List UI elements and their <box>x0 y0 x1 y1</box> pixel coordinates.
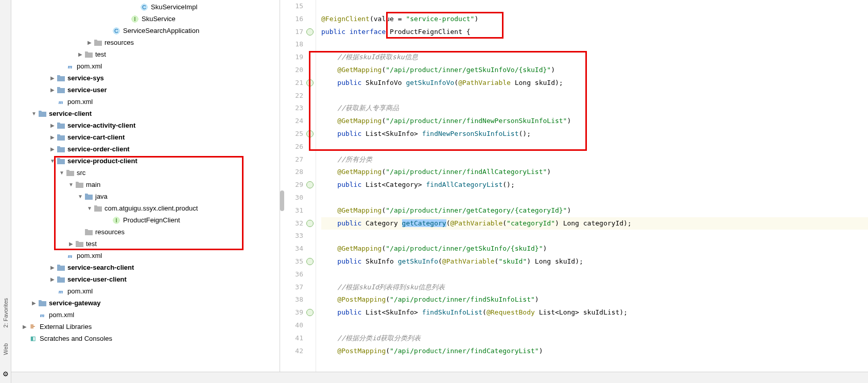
code-line[interactable]: public List<SkuInfo> findNewPersonSkuInf… <box>321 128 868 141</box>
expand-arrow-icon[interactable]: ▶ <box>68 241 74 247</box>
tree-item[interactable]: ▶service-user-client <box>11 273 280 285</box>
expand-arrow-icon[interactable]: ▶ <box>49 123 56 128</box>
tree-item-label: java <box>95 193 108 200</box>
expand-arrow-icon[interactable]: ▶ <box>77 51 83 57</box>
tree-item[interactable]: mpom.xml <box>11 96 280 108</box>
tree-item[interactable]: ▶service-sys <box>11 72 280 84</box>
expand-arrow-icon[interactable]: ▼ <box>77 194 83 199</box>
code-line[interactable] <box>321 192 868 204</box>
code-line[interactable]: @FeignClient(value = "service-product") <box>321 13 868 26</box>
tree-item[interactable]: ▼service-product-client <box>11 155 280 167</box>
tree-item[interactable]: ▶service-cart-client <box>11 131 280 143</box>
tree-item[interactable]: IProductFeignClient <box>11 214 280 226</box>
line-number: 26 <box>280 141 316 153</box>
code-line[interactable]: @GetMapping("/api/product/inner/getSkuIn… <box>321 242 868 255</box>
code-line[interactable] <box>321 268 868 281</box>
expand-arrow-icon[interactable]: ▶ <box>49 276 56 282</box>
tree-item[interactable]: ▶service-activity-client <box>11 119 280 131</box>
code-line[interactable]: //获取新人专享商品 <box>321 102 868 115</box>
override-marker-icon[interactable] <box>306 181 314 188</box>
tree-item[interactable]: ▼src <box>11 167 280 179</box>
tree-item[interactable]: resources <box>11 226 280 238</box>
code-line[interactable]: public List<Category> findAllCategoryLis… <box>321 179 868 192</box>
line-number: 37 <box>280 281 316 294</box>
code-line[interactable] <box>321 38 868 51</box>
tree-item[interactable]: ▶test <box>11 238 280 250</box>
tree-item[interactable]: mpom.xml <box>11 250 280 262</box>
code-line[interactable]: public Category getCategory(@PathVariabl… <box>321 217 868 230</box>
code-line[interactable] <box>321 0 868 13</box>
code-line[interactable]: //所有分类 <box>321 153 868 166</box>
tree-item[interactable]: ▶test <box>11 48 280 60</box>
code-editor[interactable]: 1516171819202122232425262728293031323334… <box>280 0 868 383</box>
override-marker-icon[interactable] <box>306 79 314 86</box>
code-line[interactable]: public SkuInfoVo getSkuInfoVo(@PathVaria… <box>321 77 868 90</box>
tree-item[interactable]: ISkuService <box>11 13 280 25</box>
code-line[interactable]: @GetMapping("/api/product/inner/getCateg… <box>321 204 868 217</box>
override-marker-icon[interactable] <box>306 309 314 316</box>
tree-item[interactable]: ▶service-search-client <box>11 262 280 273</box>
tree-item[interactable]: ▼java <box>11 190 280 202</box>
override-marker-icon[interactable] <box>306 130 314 137</box>
scrollbar-thumb[interactable] <box>280 190 284 211</box>
tree-item[interactable]: ▶service-gateway <box>11 297 280 309</box>
scratch-icon: ◧ <box>29 335 37 343</box>
tree-item[interactable]: ◧Scratches and Consoles <box>11 333 280 344</box>
code-line[interactable]: @GetMapping("/api/product/inner/findAllC… <box>321 166 868 179</box>
code-line[interactable]: @GetMapping("/api/product/inner/getSkuIn… <box>321 64 868 77</box>
code-line[interactable]: //根据skuId列表得到sku信息列表 <box>321 281 868 294</box>
tree-item-label: pom.xml <box>67 287 93 295</box>
tree-item-label: ServiceSearchApplication <box>123 27 199 34</box>
expand-arrow-icon[interactable]: ▼ <box>59 170 65 176</box>
expand-arrow-icon[interactable]: ▶ <box>49 87 56 93</box>
code-line[interactable]: //根据分类id获取分类列表 <box>321 332 868 345</box>
expand-arrow-icon[interactable]: ▶ <box>49 75 56 81</box>
tree-item[interactable]: ▶⊪External Libraries <box>11 321 280 333</box>
expand-arrow-icon[interactable]: ▶ <box>22 324 28 329</box>
code-line[interactable] <box>321 319 868 332</box>
override-marker-icon[interactable] <box>306 220 314 227</box>
code-line[interactable]: public List<SkuInfo> findSkuInfoList(@Re… <box>321 306 868 319</box>
tree-item[interactable]: mpom.xml <box>11 309 280 321</box>
tree-item[interactable]: mpom.xml <box>11 60 280 72</box>
code-line[interactable] <box>321 230 868 242</box>
expand-arrow-icon[interactable]: ▶ <box>49 134 56 140</box>
favorites-tab[interactable]: 2: Favorites <box>3 298 9 327</box>
code-line[interactable]: @PostMapping("/api/product/inner/findCat… <box>321 345 868 358</box>
code-line[interactable]: public interface ProductFeignClient { <box>321 26 868 39</box>
web-tab[interactable]: Web <box>3 343 9 355</box>
code-line[interactable]: @PostMapping("/api/product/inner/findSku… <box>321 293 868 306</box>
folder-module-icon <box>57 264 65 272</box>
line-number: 23 <box>280 102 316 115</box>
expand-arrow-icon[interactable]: ▼ <box>31 111 37 116</box>
tree-item[interactable]: mpom.xml <box>11 285 280 297</box>
code-line[interactable]: //根据skuId获取sku信息 <box>321 51 868 64</box>
expand-arrow-icon[interactable]: ▶ <box>49 146 56 152</box>
expand-arrow-icon[interactable]: ▼ <box>68 182 74 187</box>
tree-item[interactable]: ▼main <box>11 179 280 190</box>
code-content[interactable]: @FeignClient(value = "service-product")p… <box>316 0 868 383</box>
tree-item[interactable]: ▼service-client <box>11 108 280 119</box>
override-marker-icon[interactable] <box>306 258 314 265</box>
tree-item[interactable]: ▶service-user <box>11 84 280 96</box>
settings-icon[interactable]: ⚙ <box>3 370 9 378</box>
code-line[interactable]: public SkuInfo getSkuInfo(@PathVariable(… <box>321 255 868 268</box>
expand-arrow-icon[interactable]: ▶ <box>86 40 93 45</box>
tree-item[interactable]: ▼com.atguigu.ssyx.client.product <box>11 202 280 214</box>
tree-item[interactable]: ▶service-order-client <box>11 143 280 155</box>
line-number: 29 <box>280 179 316 192</box>
expand-arrow-icon[interactable]: ▶ <box>31 300 37 306</box>
project-tree-panel[interactable]: CSkuServiceImplISkuServiceCServiceSearch… <box>11 0 280 383</box>
tree-item-label: service-gateway <box>49 299 100 307</box>
override-marker-icon[interactable] <box>306 28 314 36</box>
expand-arrow-icon[interactable]: ▶ <box>49 265 56 270</box>
code-line[interactable] <box>321 90 868 102</box>
tree-item[interactable]: ▶resources <box>11 37 280 48</box>
tree-item[interactable]: CServiceSearchApplication <box>11 25 280 37</box>
code-line[interactable]: @GetMapping("/api/product/inner/findNewP… <box>321 115 868 128</box>
xml-icon: m <box>57 98 65 106</box>
tree-item[interactable]: CSkuServiceImpl <box>11 1 280 13</box>
expand-arrow-icon[interactable]: ▼ <box>86 205 93 211</box>
code-line[interactable] <box>321 141 868 153</box>
expand-arrow-icon[interactable]: ▼ <box>49 158 56 164</box>
